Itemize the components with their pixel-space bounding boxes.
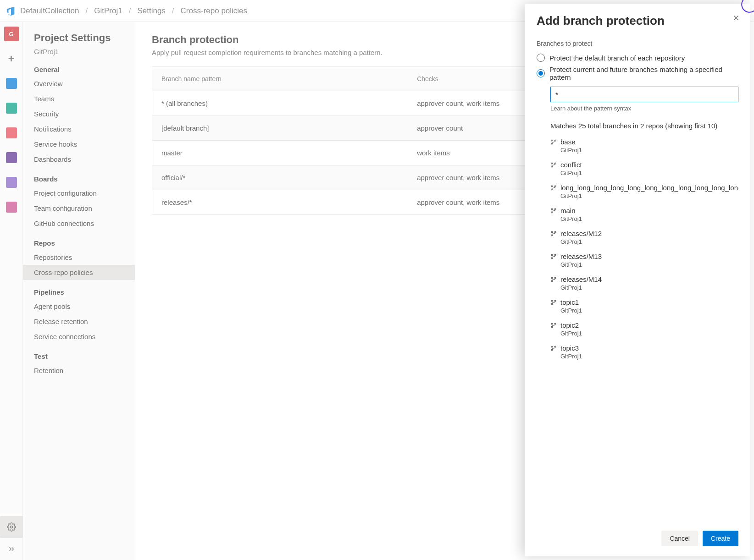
branch-match-item[interactable]: conflictGitProj1 [550,157,738,180]
svg-point-28 [551,346,553,347]
branch-icon [550,345,557,351]
branch-name: topic2 [560,321,579,329]
svg-point-2 [551,143,553,144]
branch-icon [550,162,557,168]
branch-match-item[interactable]: releases/M12GitProj1 [550,226,738,249]
svg-point-9 [554,186,556,187]
branch-repo: GitProj1 [560,330,738,337]
flyout-title: Add branch protection [537,14,738,28]
branch-name: releases/M13 [560,253,602,260]
radio-icon [537,69,545,77]
svg-point-1 [551,140,553,141]
svg-point-20 [551,280,553,282]
svg-point-8 [551,189,553,190]
branch-name: topic3 [560,344,579,352]
branch-icon [550,299,557,306]
radio-protect-default[interactable]: Protect the default branch of each repos… [537,52,738,64]
svg-point-18 [554,254,556,256]
branch-icon [550,231,557,237]
branch-repo: GitProj1 [560,261,738,268]
svg-point-11 [551,212,553,213]
branch-match-item[interactable]: releases/M13GitProj1 [550,249,738,272]
branch-name: main [560,207,576,214]
branch-repo: GitProj1 [560,215,738,222]
branch-name: base [560,138,576,146]
branch-repo: GitProj1 [560,284,738,291]
svg-point-22 [551,300,553,302]
svg-point-5 [551,166,553,167]
svg-point-6 [554,163,556,164]
svg-point-30 [554,346,556,347]
svg-point-17 [551,258,553,259]
svg-point-23 [551,303,553,305]
svg-point-29 [551,349,553,351]
svg-point-16 [551,254,553,256]
svg-point-7 [551,186,553,187]
close-icon[interactable] [732,14,740,23]
svg-point-21 [554,277,556,279]
branch-match-item[interactable]: long_long_long_long_long_long_long_long_… [550,180,738,203]
branch-pattern-input[interactable] [550,87,738,102]
svg-point-27 [554,323,556,324]
branch-name: long_long_long_long_long_long_long_long_… [560,184,738,192]
branch-match-item[interactable]: baseGitProj1 [550,134,738,157]
branches-to-protect-label: Branches to protect [537,40,738,47]
radio-protect-pattern[interactable]: Protect current and future branches matc… [537,64,738,83]
branch-repo: GitProj1 [560,192,738,199]
branch-name: releases/M14 [560,275,602,283]
branch-name: topic1 [560,298,579,306]
branch-icon [550,322,557,329]
svg-point-19 [551,277,553,279]
branch-match-item[interactable]: releases/M14GitProj1 [550,272,738,295]
branch-name: releases/M12 [560,230,602,237]
branch-repo: GitProj1 [560,353,738,360]
branch-repo: GitProj1 [560,147,738,154]
branch-icon [550,139,557,145]
svg-point-13 [551,231,553,233]
svg-point-3 [554,140,556,141]
matches-summary: Matches 25 total branches in 2 repos (sh… [550,122,738,130]
svg-point-15 [554,231,556,233]
branch-repo: GitProj1 [560,307,738,314]
branch-icon [550,208,557,214]
matching-branches-list: baseGitProj1conflictGitProj1long_long_lo… [550,134,738,363]
radio-icon [537,54,545,62]
radio-protect-pattern-label: Protect current and future branches matc… [549,66,738,81]
svg-point-25 [551,323,553,324]
user-avatar[interactable] [741,0,754,13]
branch-match-item[interactable]: topic3GitProj1 [550,340,738,363]
cancel-button[interactable]: Cancel [661,531,698,546]
svg-point-24 [554,300,556,302]
svg-point-26 [551,326,553,328]
branch-match-item[interactable]: topic2GitProj1 [550,318,738,340]
branch-icon [550,253,557,260]
pattern-syntax-link[interactable]: Learn about the pattern syntax [550,105,738,112]
svg-point-4 [551,163,553,164]
svg-point-12 [554,209,556,210]
branch-name: conflict [560,161,582,169]
svg-point-10 [551,209,553,210]
branch-match-item[interactable]: topic1GitProj1 [550,295,738,318]
branch-repo: GitProj1 [560,238,738,245]
radio-protect-default-label: Protect the default branch of each repos… [549,54,685,62]
create-button[interactable]: Create [703,531,738,546]
add-branch-protection-panel: Add branch protection Branches to protec… [525,4,750,556]
svg-point-14 [551,235,553,236]
branch-repo: GitProj1 [560,170,738,176]
branch-icon [550,185,557,191]
branch-match-item[interactable]: mainGitProj1 [550,203,738,226]
branch-icon [550,276,557,283]
